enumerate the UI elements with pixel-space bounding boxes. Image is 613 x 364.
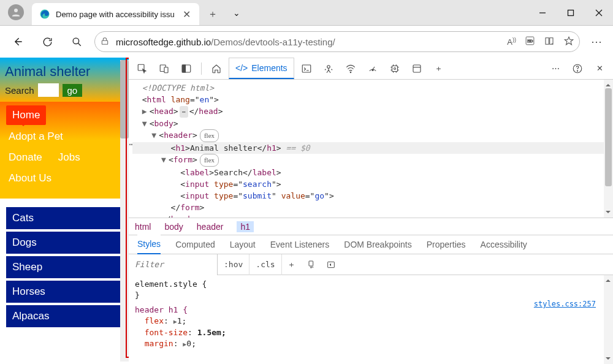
devtools-menu-button[interactable]: ⋯: [546, 59, 565, 78]
window-maximize-button[interactable]: [557, 1, 585, 25]
hov-button[interactable]: :hov: [218, 254, 249, 275]
url-text: microsoftedge.github.io/Demos/devtools-a…: [116, 37, 501, 47]
page-viewport: Animal shelter Search go Home Adopt a Pe…: [0, 58, 129, 364]
svg-point-24: [577, 70, 577, 71]
inspect-icon[interactable]: [132, 59, 152, 78]
crumb-item[interactable]: body: [164, 222, 183, 232]
go-button[interactable]: go: [63, 84, 83, 97]
styles-scrollbar[interactable]: [604, 275, 613, 364]
close-tab-icon[interactable]: ✕: [180, 9, 193, 20]
page-title: Animal shelter: [5, 64, 124, 80]
nav-about[interactable]: About Us: [6, 168, 123, 189]
tab-styles[interactable]: Styles: [137, 235, 161, 254]
network-tab-icon[interactable]: [341, 59, 360, 78]
tab-title: Demo page with accessibility issu: [56, 10, 175, 19]
console-tab-icon[interactable]: [297, 59, 316, 78]
new-style-rule-button[interactable]: ＋: [282, 254, 302, 275]
dom-tree[interactable]: ⋯ <!DOCTYPE html> <html lang="en"> ▶<hea…: [129, 80, 613, 218]
tab-properties[interactable]: Properties: [427, 240, 466, 249]
tab-accessibility[interactable]: Accessibility: [481, 240, 527, 249]
elements-tab-label: Elements: [251, 63, 287, 73]
list-item[interactable]: Cats: [6, 207, 123, 229]
devtools-toolbar: </> Elements ＋ ⋯ ✕: [129, 58, 613, 80]
svg-point-16: [327, 65, 330, 68]
nav-jobs[interactable]: Jobs: [56, 147, 83, 168]
url-field[interactable]: microsoftedge.github.io/Demos/devtools-a…: [94, 31, 580, 52]
page-nav: Home Adopt a Pet Donate Jobs About Us: [0, 102, 129, 199]
svg-point-6: [73, 38, 79, 44]
tabs-chevron-icon[interactable]: ⌄: [223, 1, 251, 25]
svg-point-20: [394, 67, 395, 69]
memory-tab-icon[interactable]: [385, 59, 405, 78]
nav-home[interactable]: Home: [6, 105, 46, 125]
application-tab-icon[interactable]: [407, 59, 427, 78]
window-close-button[interactable]: [585, 1, 613, 25]
address-bar: microsoftedge.github.io/Demos/devtools-a…: [0, 26, 613, 58]
more-tabs-button[interactable]: ＋: [429, 59, 449, 78]
search-label: Search: [5, 85, 34, 96]
search-input[interactable]: [38, 83, 59, 97]
styles-pane-tabs: Styles Computed Layout Event Listeners D…: [129, 235, 613, 254]
list-item[interactable]: Sheep: [6, 256, 123, 278]
window-minimize-button[interactable]: [528, 1, 557, 25]
stylesheet-link[interactable]: styles.css:257: [534, 298, 596, 309]
animal-list: Cats Dogs Sheep Horses Alpacas: [0, 199, 129, 338]
svg-rect-14: [182, 65, 185, 72]
search-button[interactable]: [65, 30, 88, 53]
lock-icon: [100, 36, 110, 48]
cls-button[interactable]: .cls: [249, 254, 281, 275]
profile-avatar[interactable]: [8, 4, 24, 20]
computed-toggle-icon[interactable]: [321, 254, 341, 275]
svg-rect-7: [102, 40, 107, 44]
crumb-item-selected[interactable]: h1: [237, 221, 254, 232]
devtools-close-button[interactable]: ✕: [590, 59, 609, 78]
scrollbar-thumb[interactable]: [605, 88, 612, 186]
styles-filter-input[interactable]: [129, 254, 218, 275]
code-icon: </>: [235, 63, 248, 73]
svg-point-17: [350, 72, 351, 73]
svg-point-0: [14, 9, 18, 12]
tab-event-listeners[interactable]: Event Listeners: [270, 240, 330, 249]
svg-rect-15: [302, 65, 311, 72]
read-aloud-icon[interactable]: A)): [507, 37, 516, 47]
edge-icon: [39, 9, 50, 20]
nav-donate[interactable]: Donate: [6, 147, 45, 168]
styles-toolbar: :hov .cls ＋: [129, 254, 613, 275]
window-titlebar: Demo page with accessibility issu ✕ ＋ ⌄: [0, 0, 613, 26]
copy-styles-icon[interactable]: [302, 254, 321, 275]
annotation-highlight: [126, 58, 129, 358]
list-item[interactable]: Horses: [6, 281, 123, 303]
reader-icon[interactable]: [544, 36, 555, 48]
sources-tab-icon[interactable]: [319, 59, 338, 78]
tab-layout[interactable]: Layout: [230, 240, 256, 249]
svg-rect-21: [413, 65, 421, 72]
crumb-item[interactable]: header: [197, 222, 224, 232]
dock-side-icon[interactable]: [177, 59, 196, 78]
svg-rect-3: [568, 10, 574, 16]
crumb-item[interactable]: html: [135, 222, 151, 232]
settings-menu-button[interactable]: ⋯: [586, 31, 607, 52]
tab-computed[interactable]: Computed: [175, 240, 215, 249]
svg-rect-19: [392, 66, 397, 71]
svg-text:HD: HD: [527, 39, 533, 43]
new-tab-button[interactable]: ＋: [203, 4, 223, 24]
help-icon[interactable]: [568, 59, 587, 78]
favorite-icon[interactable]: [563, 36, 574, 48]
list-item[interactable]: Alpacas: [6, 305, 123, 327]
device-emulation-icon[interactable]: [154, 59, 174, 78]
svg-rect-25: [309, 261, 313, 266]
qr-icon[interactable]: HD: [525, 36, 535, 48]
ellipsis-icon[interactable]: ⋯: [129, 138, 132, 150]
dom-breadcrumb[interactable]: html body header h1: [129, 218, 613, 235]
back-button[interactable]: [6, 30, 29, 53]
performance-tab-icon[interactable]: [363, 59, 383, 78]
svg-rect-12: [164, 67, 168, 72]
styles-rules[interactable]: element.style { } header h1 { flex: ▶1; …: [129, 275, 613, 364]
refresh-button[interactable]: [36, 30, 59, 53]
list-item[interactable]: Dogs: [6, 232, 123, 254]
devtools-panel: </> Elements ＋ ⋯ ✕ ⋯ <!DOCTYPE html> <ht…: [129, 58, 613, 364]
tab-dom-breakpoints[interactable]: DOM Breakpoints: [344, 240, 411, 249]
browser-tab[interactable]: Demo page with accessibility issu ✕: [32, 3, 199, 25]
welcome-tab-icon[interactable]: [207, 59, 226, 78]
elements-tab[interactable]: </> Elements: [229, 58, 294, 79]
